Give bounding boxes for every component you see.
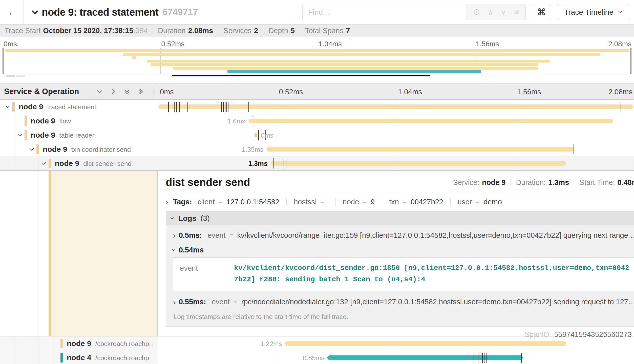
indent-guide xyxy=(50,351,50,364)
collapse-one-level-icon[interactable] xyxy=(96,88,103,95)
span-duration-label: 1.22ms xyxy=(260,340,282,348)
span-detail-panel: dist sender send Service:node 9 Duration… xyxy=(158,171,634,336)
log-marker xyxy=(621,102,621,112)
indent-guide xyxy=(2,128,2,142)
span-bar[interactable] xyxy=(266,147,574,152)
logs-toggle-header[interactable]: › Logs (3) xyxy=(166,211,634,225)
span-operation: txn coordinator send xyxy=(71,146,131,153)
log-marker xyxy=(273,158,274,168)
span-name-cell[interactable]: node 9/cockroach.roachpb.l… xyxy=(0,336,158,351)
log-marker xyxy=(225,102,225,112)
services-value: 2 xyxy=(254,27,258,35)
minimap-span-bar xyxy=(173,67,538,70)
indent-guide xyxy=(2,351,2,364)
span-name-cell[interactable]: node 9flow xyxy=(0,114,158,128)
span-bar-cell[interactable]: 0ms xyxy=(158,128,634,142)
span-color-chip xyxy=(25,130,27,140)
page-title: node 9: traced statement xyxy=(42,7,158,18)
indent-guide xyxy=(2,336,2,351)
span-service: node 9 xyxy=(19,102,43,111)
span-bar-cell[interactable]: 1.6ms xyxy=(158,114,634,128)
minimap-viewport[interactable] xyxy=(3,48,631,74)
span-row: node 4/cockroach.roachpb.l… 0.85ms xyxy=(0,351,634,364)
span-name-cell[interactable]: node 9table reader xyxy=(0,128,158,142)
span-bar-cell[interactable]: 1.22ms xyxy=(158,336,634,351)
minimap-scroll-indicator[interactable] xyxy=(172,75,430,76)
axis-tick: 1.56ms xyxy=(517,88,541,96)
span-bar[interactable] xyxy=(255,133,257,137)
top-bar: ← node 9: traced statement 6749717 ∧ ∨ ✕… xyxy=(0,0,634,24)
chevron-down-icon[interactable] xyxy=(29,146,35,152)
back-button[interactable]: ← xyxy=(4,0,22,24)
span-bar-cell[interactable]: 0.85ms xyxy=(158,351,634,364)
span-name-cell[interactable]: node 9txn coordinator send xyxy=(0,142,158,156)
span-row: node 9flow 1.6ms xyxy=(0,114,634,128)
timeline-gridline xyxy=(396,128,396,142)
log-marker xyxy=(331,353,331,363)
column-resize-handle[interactable] xyxy=(152,89,154,95)
span-service: node 9 xyxy=(67,339,91,348)
collapse-trace-chevron-icon[interactable] xyxy=(31,8,39,16)
indent-guide xyxy=(26,142,26,156)
find-prev-icon[interactable]: ∧ xyxy=(488,8,493,16)
log-marker xyxy=(474,353,474,363)
trace-start-value: October 15 2020, 17:38:15.084 xyxy=(43,27,147,35)
expand-all-icon[interactable] xyxy=(137,88,144,95)
chevron-right-icon: › xyxy=(173,231,176,239)
collapse-all-icon[interactable] xyxy=(123,88,131,95)
span-bar[interactable] xyxy=(285,341,566,346)
log-marker xyxy=(226,102,227,112)
span-name-cell[interactable]: node 9traced statement xyxy=(0,100,158,114)
minimap-span-bar xyxy=(227,70,481,73)
logs-body: › 0.5ms: event = kv/kvclient/kvcoord/ran… xyxy=(166,225,634,326)
minimap-handle[interactable] xyxy=(6,75,15,77)
log-marker xyxy=(174,102,175,112)
log-marker xyxy=(618,102,618,112)
indent-guide xyxy=(38,336,38,351)
indent-guide xyxy=(14,156,14,170)
span-operation: table reader xyxy=(59,132,94,139)
find-input[interactable] xyxy=(303,4,467,20)
log-event-key: event xyxy=(173,258,234,291)
expand-one-level-icon[interactable] xyxy=(110,88,117,95)
span-bar[interactable] xyxy=(158,104,633,109)
log-entry-collapsed[interactable]: › 0.5ms: event = kv/kvclient/kvcoord/ran… xyxy=(171,227,634,243)
logs-count: (3) xyxy=(200,214,210,223)
log-marker xyxy=(480,353,480,363)
chevron-down-icon[interactable] xyxy=(17,132,23,138)
span-service: node 9 xyxy=(31,117,55,125)
duration-value: 2.08ms xyxy=(188,27,213,35)
span-operation: /cockroach.roachpb.l… xyxy=(95,340,155,348)
view-select-button[interactable]: Trace Timeline xyxy=(557,4,630,20)
log-marker xyxy=(179,102,180,112)
indent-guide xyxy=(38,351,38,364)
log-entry-collapsed[interactable]: › 0.55ms: event = rpc/nodedialer/nodedia… xyxy=(171,294,634,310)
indent-guide xyxy=(14,128,14,142)
timeline-gridline xyxy=(515,128,515,142)
tags-toggle-row[interactable]: › Tags: client=127.0.0.1:54582 hostssl= … xyxy=(166,194,634,209)
chevron-down-icon[interactable] xyxy=(5,104,11,110)
chevron-down-icon[interactable] xyxy=(41,160,47,166)
span-detail-stats: Service:node 9 Duration:1.3ms Start Time… xyxy=(453,178,634,187)
span-bar-cell[interactable] xyxy=(158,100,634,114)
span-bar[interactable] xyxy=(271,161,566,166)
span-bar-cell[interactable]: 1.35ms xyxy=(158,142,634,156)
services-label: Services xyxy=(223,27,251,35)
minimap-handle[interactable] xyxy=(16,75,25,77)
find-clear-icon[interactable]: ✕ xyxy=(514,8,519,16)
span-name-cell[interactable]: node 4/cockroach.roachpb.l… xyxy=(0,351,158,364)
span-bar[interactable] xyxy=(248,119,613,123)
span-bar-cell[interactable]: 1.3ms xyxy=(158,156,634,170)
span-bar[interactable] xyxy=(327,355,523,360)
span-service: node 4 xyxy=(67,353,91,362)
locate-icon[interactable] xyxy=(473,8,480,16)
span-row: node 9traced statement xyxy=(0,100,634,114)
total-spans-label: Total Spans xyxy=(305,27,344,35)
span-color-chip xyxy=(49,159,51,168)
log-entry-expanded-header[interactable]: › 0.54ms xyxy=(171,243,634,257)
span-color-chip xyxy=(25,116,27,126)
keyboard-shortcuts-button[interactable]: ⌘ xyxy=(532,4,551,20)
span-service: node 9 xyxy=(31,131,55,139)
find-next-icon[interactable]: ∨ xyxy=(501,8,506,16)
span-name-cell[interactable]: node 9dist sender send xyxy=(0,156,158,170)
